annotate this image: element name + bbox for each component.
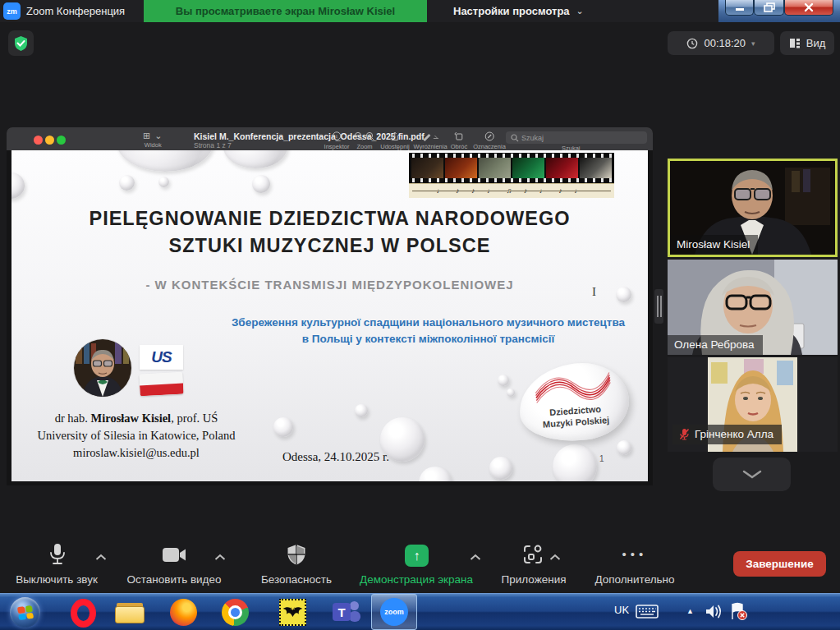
share-icon (380, 131, 409, 141)
language-indicator[interactable]: UK (614, 604, 629, 616)
timer-value: 00:18:20 (704, 37, 746, 49)
close-button[interactable] (784, 0, 833, 16)
author-line1: dr hab. Mirosław Kisiel, prof. UŚ (18, 410, 255, 427)
poland-flag (139, 372, 183, 397)
staff-line (412, 191, 611, 191)
taskbar-chrome-icon[interactable] (222, 599, 250, 627)
mac-minimize-button[interactable] (45, 136, 54, 145)
video-tile-hrinchenko-alla[interactable]: Грінченко Алла (668, 357, 838, 452)
flag-red-band (140, 383, 184, 396)
security-shield-icon[interactable] (287, 544, 307, 568)
film-frame (546, 158, 578, 178)
bubble-decoration (11, 172, 25, 199)
zoom-out-in-icons (354, 131, 375, 141)
microphone-icon[interactable] (48, 543, 67, 569)
share-screen-button-label[interactable]: Демонстрация экрана (360, 573, 473, 586)
shared-screen-content: ⊞ ⌄ Widok Kisiel M._Konferencja_prezenta… (7, 127, 653, 485)
minimize-button[interactable] (725, 0, 754, 16)
pdf-sidebar-toggle[interactable]: ⊞ ⌄ Widok (143, 131, 163, 149)
panel-resize-handle[interactable] (654, 289, 663, 324)
security-button-label[interactable]: Безопасность (261, 573, 332, 586)
hidden-icons-button[interactable]: ▲ (686, 607, 694, 615)
bat-icon (282, 605, 304, 620)
taskbar-explorer-icon[interactable] (115, 599, 143, 627)
bubble-decoration (355, 404, 368, 417)
screen-share-banner: Вы просматриваете экран Mirosław Kisiel (144, 0, 427, 22)
action-center-flag-icon[interactable] (729, 602, 749, 624)
bubble-decoration (273, 417, 293, 437)
pdf-tool-highlight[interactable]: Wyróżnienia (413, 131, 447, 150)
film-strip-image (409, 153, 614, 183)
taskbar-teams-icon[interactable]: T (333, 599, 360, 627)
bubble-decoration (117, 150, 213, 172)
pdf-tool-zoom[interactable]: Zoom (354, 131, 375, 150)
pdf-tool-share[interactable]: Udostępnij (380, 131, 409, 150)
meeting-timer[interactable]: 00:18:20 ▾ (668, 31, 774, 55)
film-frame (445, 158, 477, 178)
app-title: Zoom Конференция (26, 0, 125, 22)
sidebar-toggle-icon: ⊞ ⌄ (143, 131, 163, 141)
view-button-label: Вид (806, 37, 826, 49)
sidebar-toggle-label: Widok (143, 141, 163, 149)
video-tile-mirosław-kisiel[interactable]: Mirosław Kisiel (668, 159, 838, 257)
heritage-logo-droplet: Dziedzictwo Muzyki Polskiej (515, 357, 633, 448)
taskbar-zoom-button-active[interactable]: zoom (371, 594, 417, 630)
pdf-tool-inspector[interactable]: i Inspektor (324, 131, 350, 150)
bubble-decoration (223, 150, 287, 168)
collapse-panel-button[interactable] (713, 458, 791, 491)
university-of-silesia-logo: US (140, 345, 183, 370)
pdf-tool-rotate[interactable]: Obróć (451, 131, 467, 150)
mic-muted-icon (679, 428, 690, 440)
bubble-decoration (498, 375, 509, 386)
markup-pen-icon (473, 131, 506, 141)
meeting-security-badge[interactable] (8, 30, 34, 56)
chevron-down-icon (741, 469, 763, 480)
mac-zoom-button[interactable] (57, 136, 66, 145)
stop-video-button-label[interactable]: Остановить видео (126, 573, 221, 586)
share-screen-button[interactable]: ↑ (405, 545, 429, 567)
mac-close-button[interactable] (34, 136, 43, 145)
presenter-photo (74, 339, 131, 397)
video-options-chevron[interactable] (214, 550, 227, 564)
bubble-decoration (489, 457, 512, 480)
search-icon (511, 134, 519, 142)
slide-translation-line2: в Польщі у контексті міжпоколінної транс… (209, 333, 648, 345)
volume-icon[interactable] (705, 603, 724, 623)
slide-title-line2: SZTUKI MUZYCZNEJ W POLSCE (11, 235, 648, 257)
info-icon: i (324, 131, 350, 141)
pdf-search-input[interactable]: Szukaj (506, 131, 647, 144)
view-settings-menu[interactable]: Настройки просмотра ⌄ (443, 0, 594, 22)
end-meeting-button[interactable]: Завершение (733, 551, 826, 577)
pdf-tool-markup[interactable]: Oznaczenia (473, 131, 506, 150)
apps-options-chevron[interactable] (549, 550, 562, 564)
view-button[interactable]: Вид (780, 31, 834, 55)
participant-name-label: Грінченко Алла (672, 425, 782, 444)
mute-options-chevron[interactable] (95, 550, 108, 564)
start-button[interactable] (10, 597, 40, 628)
film-frame (411, 158, 443, 178)
search-placeholder: Szukaj (521, 134, 544, 142)
minimize-icon (735, 3, 745, 11)
apps-button-label[interactable]: Приложения (502, 573, 567, 586)
layout-grid-icon (789, 38, 801, 48)
sheet-music-image: ♩ ♪ ♪ ♩ ♫ ♪ ♩ ♪ ♩ (409, 183, 614, 198)
more-button-label[interactable]: Дополнительно (594, 573, 674, 586)
pdf-window-titlebar: ⊞ ⌄ Widok Kisiel M._Konferencja_prezenta… (7, 127, 653, 150)
close-icon (804, 2, 814, 12)
video-tile-olena-rebrova[interactable]: Олена Реброва (668, 260, 838, 355)
taskbar-thebat-icon[interactable] (279, 599, 307, 627)
restore-button[interactable] (754, 0, 784, 16)
mute-button-label[interactable]: Выключить звук (16, 573, 98, 586)
chevron-down-icon: ⌄ (576, 6, 584, 16)
video-camera-icon[interactable] (163, 547, 187, 566)
more-options-icon[interactable]: ••• (622, 547, 648, 561)
film-frame (512, 158, 544, 178)
apps-icon[interactable] (522, 544, 544, 568)
share-options-chevron[interactable] (470, 550, 482, 564)
slide-page-number: 1 (599, 454, 604, 463)
taskbar-firefox-icon[interactable] (170, 599, 198, 627)
bubble-decoration (419, 467, 452, 481)
keyboard-layout-icon[interactable] (636, 603, 659, 623)
taskbar-opera-icon[interactable] (71, 599, 99, 627)
restore-icon (764, 2, 775, 12)
